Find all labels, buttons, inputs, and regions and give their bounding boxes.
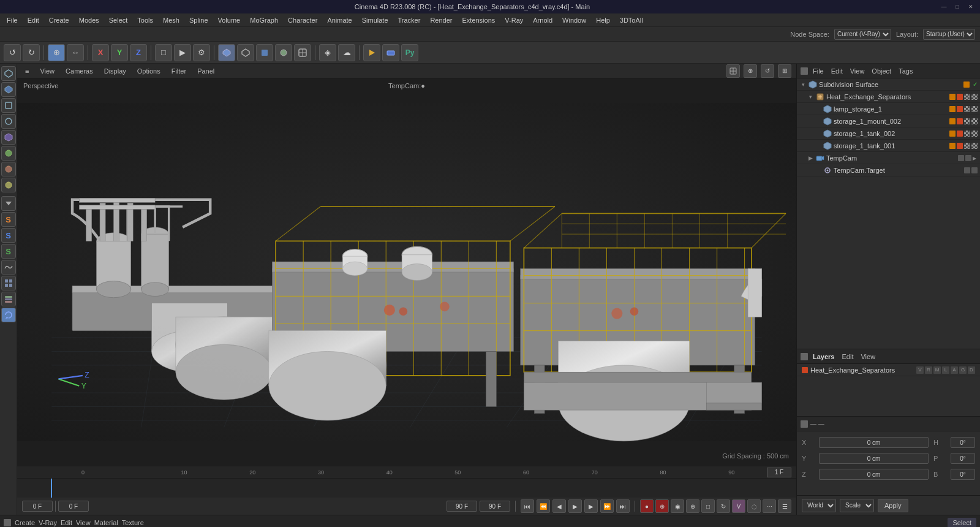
obj-heat-exchange[interactable]: ▾ Heat_Exchange_Separators bbox=[797, 91, 980, 103]
layout-select[interactable]: Startup (User) bbox=[923, 29, 975, 40]
menu-volume[interactable]: Volume bbox=[214, 15, 245, 25]
timeline-playhead[interactable] bbox=[51, 479, 52, 498]
sidebar-btn-7[interactable] bbox=[1, 162, 16, 176]
obj-tb-view[interactable]: View bbox=[848, 66, 867, 76]
menu-tools[interactable]: Tools bbox=[133, 15, 157, 25]
mat-tb-select[interactable]: Select bbox=[948, 518, 976, 528]
obj-lamp-storage[interactable]: ▶ lamp_storage_1 bbox=[797, 103, 980, 115]
next-frame-button[interactable]: ⏩ bbox=[600, 499, 614, 513]
vp-menu-btn[interactable]: ≡ bbox=[22, 66, 32, 76]
layer-row-heat[interactable]: Heat_Exchange_Separators V R M L A G D bbox=[797, 364, 980, 376]
obj-storage-mount[interactable]: ▶ storage_1_mount_002 bbox=[797, 115, 980, 127]
prev-frame-button[interactable]: ⏪ bbox=[537, 499, 550, 513]
menu-modes[interactable]: Modes bbox=[75, 15, 104, 25]
attr-input-x[interactable] bbox=[819, 437, 929, 448]
menu-vray[interactable]: V-Ray bbox=[500, 15, 527, 25]
menu-animate[interactable]: Animate bbox=[323, 15, 356, 25]
coord-world-select[interactable]: World bbox=[802, 499, 836, 512]
python-button[interactable]: Py bbox=[401, 44, 418, 61]
mat-tb-vray[interactable]: V-Ray bbox=[39, 519, 57, 526]
sidebar-btn-1[interactable] bbox=[1, 66, 16, 81]
next-key-button[interactable]: ▶ bbox=[584, 499, 598, 513]
sidebar-btn-arrow[interactable] bbox=[1, 196, 16, 211]
timeline-frame-input[interactable]: 1 F bbox=[767, 468, 791, 477]
tc-icon-vray[interactable]: V bbox=[732, 499, 745, 513]
play-stop-button[interactable]: ▶ bbox=[568, 499, 582, 513]
attr-input-b[interactable] bbox=[951, 469, 975, 480]
layers-tb-view[interactable]: View bbox=[858, 352, 878, 362]
obj-storage-tank-002[interactable]: ▶ storage_1_tank_002 bbox=[797, 127, 980, 140]
attr-input-y[interactable] bbox=[819, 453, 929, 464]
tc-icon-path[interactable]: ◌ bbox=[747, 499, 761, 513]
menu-window[interactable]: Window bbox=[558, 15, 590, 25]
obj-expand-heat[interactable]: ▾ bbox=[807, 93, 814, 100]
obj-subdivision-surface[interactable]: ▾ Subdivision Surface ✓ bbox=[797, 78, 980, 91]
prev-key-button[interactable]: ◀ bbox=[552, 499, 566, 513]
layer-icon-r[interactable]: R bbox=[925, 366, 932, 374]
play-button[interactable]: ▶ bbox=[174, 44, 191, 61]
axis-z-button[interactable]: Z bbox=[130, 44, 147, 61]
attr-input-h[interactable] bbox=[951, 437, 975, 448]
attr-tb-menu[interactable] bbox=[801, 420, 808, 428]
mat-tb-menu[interactable] bbox=[4, 519, 11, 526]
sidebar-btn-layers[interactable] bbox=[1, 292, 16, 306]
mat-tb-edit[interactable]: Edit bbox=[61, 519, 72, 526]
sidebar-btn-3[interactable] bbox=[1, 98, 16, 113]
vp-options[interactable]: Options bbox=[134, 66, 164, 76]
mat-tb-create[interactable]: Create bbox=[15, 519, 35, 526]
menu-character[interactable]: Character bbox=[284, 15, 322, 25]
mat-tb-view[interactable]: View bbox=[76, 519, 91, 526]
layer-icon-g[interactable]: G bbox=[959, 366, 967, 374]
vp-icon-4[interactable]: ⊞ bbox=[778, 64, 791, 78]
timeline-track[interactable] bbox=[17, 479, 796, 498]
tc-icon-list[interactable]: ☰ bbox=[778, 499, 791, 513]
minimize-button[interactable]: — bbox=[940, 2, 948, 11]
layer-icon-m[interactable]: M bbox=[933, 366, 941, 374]
tc-icon-record2[interactable]: ⊕ bbox=[655, 499, 669, 513]
menu-simulate[interactable]: Simulate bbox=[358, 15, 393, 25]
frame-end-input1[interactable] bbox=[447, 501, 477, 512]
snap-button[interactable]: ◈ bbox=[319, 44, 336, 61]
layers-tb-layers[interactable]: Layers bbox=[810, 352, 837, 362]
render-view-button[interactable]: □ bbox=[155, 44, 172, 61]
vp-view[interactable]: View bbox=[37, 66, 58, 76]
sidebar-btn-8[interactable] bbox=[1, 178, 16, 192]
menu-select[interactable]: Select bbox=[105, 15, 132, 25]
coord-scale-select[interactable]: Scale bbox=[840, 499, 874, 512]
obj-tb-object[interactable]: Object bbox=[869, 66, 894, 76]
menu-arnold[interactable]: Arnold bbox=[529, 15, 557, 25]
sidebar-btn-4[interactable] bbox=[1, 114, 16, 129]
tc-icon-motion[interactable]: ◉ bbox=[671, 499, 684, 513]
obj-tb-tags[interactable]: Tags bbox=[896, 66, 915, 76]
sidebar-btn-loop[interactable] bbox=[1, 308, 16, 322]
sidebar-btn-5[interactable] bbox=[1, 130, 16, 145]
sidebar-btn-s1[interactable]: S bbox=[1, 212, 16, 227]
mat-tb-texture[interactable]: Texture bbox=[122, 519, 144, 526]
menu-help[interactable]: Help bbox=[592, 15, 614, 25]
sidebar-btn-grid[interactable] bbox=[1, 276, 16, 290]
view-mode3-button[interactable] bbox=[256, 44, 273, 61]
select-tool-button[interactable]: ↔ bbox=[67, 44, 84, 61]
sidebar-btn-s2[interactable]: S bbox=[1, 228, 16, 243]
undo-button[interactable]: ↺ bbox=[4, 44, 21, 61]
tc-icon-loop[interactable]: ↻ bbox=[717, 499, 730, 513]
menu-3dtoall[interactable]: 3DToAll bbox=[616, 15, 647, 25]
maximize-button[interactable]: □ bbox=[953, 2, 962, 11]
render-region-button[interactable] bbox=[382, 44, 399, 61]
menu-render[interactable]: Render bbox=[426, 15, 456, 25]
view-mode5-button[interactable] bbox=[294, 44, 311, 61]
menu-extensions[interactable]: Extensions bbox=[458, 15, 499, 25]
obj-tb-menu[interactable] bbox=[801, 67, 808, 75]
view-solid-button[interactable] bbox=[218, 44, 235, 61]
menu-tracker[interactable]: Tracker bbox=[394, 15, 425, 25]
obj-tb-file[interactable]: File bbox=[810, 66, 826, 76]
vp-filter[interactable]: Filter bbox=[168, 66, 189, 76]
menu-create[interactable]: Create bbox=[45, 15, 74, 25]
menu-edit[interactable]: Edit bbox=[23, 15, 43, 25]
enable-snap-button[interactable]: ☁ bbox=[338, 44, 355, 61]
layer-icon-d[interactable]: D bbox=[968, 366, 975, 374]
node-space-select[interactable]: Current (V-Ray) bbox=[834, 29, 891, 40]
axis-y-button[interactable]: Y bbox=[111, 44, 128, 61]
coord-apply-button[interactable]: Apply bbox=[878, 499, 908, 512]
layer-icon-vis[interactable]: V bbox=[916, 366, 924, 374]
